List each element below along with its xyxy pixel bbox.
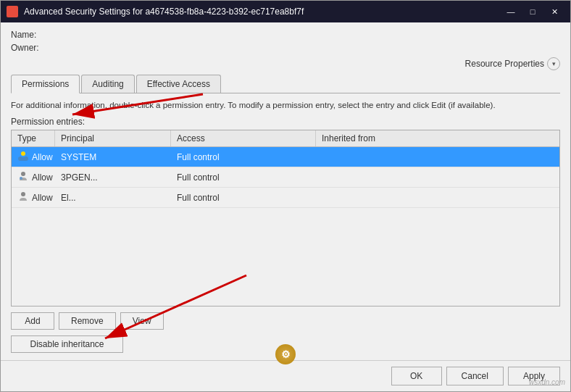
table-row[interactable]: Allow 3PGEN... Full control [12,167,559,188]
ok-button[interactable]: OK [391,367,442,385]
svg-point-0 [21,151,25,156]
content-area: Name: Owner: Resource Properties ▾ Permi… [1,22,570,360]
tabs-container: Permissions Auditing Effective Access [11,75,560,93]
cell-inherited-3 [316,188,559,207]
cell-principal-2: 3PGEN... [55,167,171,187]
action-buttons-row: Add Remove View [11,312,560,330]
svg-point-6 [21,192,25,196]
title-controls: — □ ✕ [501,5,564,18]
table-row[interactable]: Allow El... Full control [12,188,559,208]
svg-point-5 [20,177,22,180]
user-icon [17,191,29,204]
column-type: Type [12,130,55,146]
window-title: Advanced Security Settings for a4674538-… [24,7,495,17]
permissions-table: Type Principal Access Inherited from [11,130,560,306]
table-body: Allow SYSTEM Full control [12,147,559,306]
svg-point-3 [24,157,28,161]
svg-point-2 [18,157,22,161]
owner-row: Owner: [11,43,560,53]
resource-properties-label: Resource Properties [465,59,544,69]
cell-access-1: Full control [171,147,316,167]
column-inherited-from: Inherited from [316,130,559,146]
resource-properties-button[interactable]: Resource Properties ▾ [465,57,560,70]
user-icon [17,150,29,164]
column-access: Access [171,130,316,146]
description-text: For additional information, double-click… [11,99,560,111]
cell-type-2: Allow [12,167,55,187]
apply-button[interactable]: Apply [508,367,560,385]
cell-inherited-2 [316,167,559,187]
tab-auditing[interactable]: Auditing [81,75,134,93]
cell-access-2: Full control [171,167,316,187]
cell-type-3: Allow [12,188,55,207]
name-row: Name: [11,30,560,40]
tab-effective-access[interactable]: Effective Access [136,75,221,93]
table-header: Type Principal Access Inherited from [12,130,559,147]
owner-label: Owner: [11,43,47,53]
maximize-button[interactable]: □ [522,5,543,18]
minimize-button[interactable]: — [501,5,521,18]
remove-button[interactable]: Remove [59,312,116,330]
cell-type-1: Allow [12,147,55,167]
disable-inheritance-button[interactable]: Disable inheritance [11,335,123,353]
cell-principal-3: El... [55,188,171,207]
cancel-button[interactable]: Cancel [446,367,504,385]
table-row[interactable]: Allow SYSTEM Full control [12,147,559,167]
svg-point-4 [21,172,25,176]
column-principal: Principal [55,130,171,146]
user-icon [17,170,29,184]
close-button[interactable]: ✕ [544,5,564,18]
title-bar: Advanced Security Settings for a4674538-… [1,1,570,22]
footer: OK Cancel Apply [1,360,570,391]
tab-permissions[interactable]: Permissions [11,75,80,93]
view-button[interactable]: View [120,312,164,330]
cell-access-3: Full control [171,188,316,207]
chevron-down-icon: ▾ [547,57,560,70]
cell-principal-1: SYSTEM [55,147,171,167]
name-label: Name: [11,30,47,40]
add-button[interactable]: Add [11,312,54,330]
cell-inherited-1 [316,147,559,167]
window-icon [7,6,18,17]
resource-properties-row: Resource Properties ▾ [11,57,560,70]
permission-entries-label: Permission entries: [11,117,560,127]
